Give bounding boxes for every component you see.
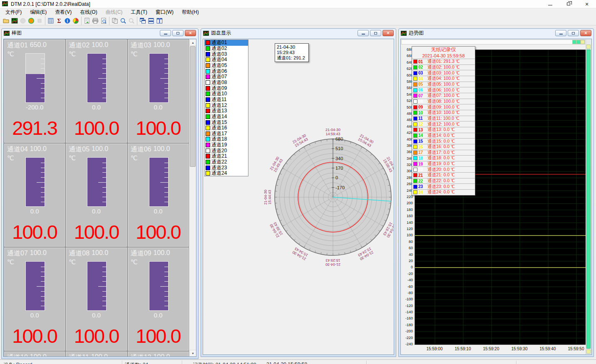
range-max: 100.0 xyxy=(91,353,108,357)
channel-color-swatch xyxy=(206,97,210,102)
channel-color-swatch xyxy=(206,46,210,51)
tile-vertical-icon[interactable] xyxy=(155,17,164,25)
app-close-button[interactable]: × xyxy=(578,0,596,8)
copy-icon[interactable] xyxy=(111,17,119,25)
bar-chart-window[interactable]: 棒图 × 通道01650.0℃-200.0291.3通道02100.0℃0.01… xyxy=(1,28,199,359)
svg-text:i: i xyxy=(67,19,68,23)
scroll-down-icon[interactable]: ▼ xyxy=(189,350,196,357)
cascade-windows-icon[interactable] xyxy=(139,17,147,25)
realtime-curve-icon[interactable] xyxy=(10,17,19,25)
channel-number: 10 xyxy=(418,111,426,115)
channel-color-swatch xyxy=(206,171,210,176)
channel-name: 通道02 xyxy=(69,41,89,50)
print-icon[interactable] xyxy=(91,17,99,25)
gauge-header: 通道12100.0 xyxy=(131,353,170,357)
status-bar: 设备: Record通道数: 24记录时间: 21-04-30 14:51:08… xyxy=(0,359,596,364)
y-axis-tick-label: 140 xyxy=(407,220,413,225)
legend-row: 02通道02: 100.0 ℃ xyxy=(412,64,475,70)
restore-button[interactable] xyxy=(370,30,381,36)
gauge-tick xyxy=(41,177,45,178)
channel-list[interactable]: 通道01通道02通道03通道04通道05通道06通道07通道08通道09通道10… xyxy=(204,40,248,176)
status-divider xyxy=(182,361,182,364)
legend-row: 21通道21: 0.0 ℃ xyxy=(412,172,475,178)
scroll-handle[interactable] xyxy=(581,40,585,44)
legend-row: 12通道12: 100.0 ℃ xyxy=(412,121,475,127)
statistics-sigma-icon[interactable]: Σ xyxy=(55,17,63,25)
channel-color-swatch xyxy=(413,185,417,189)
menu-item[interactable]: 查看(V) xyxy=(51,8,76,16)
channel-info-icon[interactable]: i xyxy=(63,17,72,25)
menu-item[interactable]: 窗口(W) xyxy=(151,8,178,16)
close-button[interactable]: × xyxy=(185,30,196,36)
channel-value: 通道18: 0.0 ℃ xyxy=(427,155,455,161)
minimize-button[interactable] xyxy=(160,30,171,36)
y-axis-tick-label: 180 xyxy=(407,208,413,212)
gauge-tick xyxy=(164,192,168,193)
channel-value: 通道09: 100.0 ℃ xyxy=(427,104,459,110)
y-axis-tick-label: 60 xyxy=(409,246,413,250)
scroll-thumb[interactable] xyxy=(190,46,196,167)
tile-horizontal-icon[interactable] xyxy=(147,17,155,25)
x-axis-tick-label: 15:59:20 xyxy=(480,347,502,351)
menu-item[interactable]: 文件(F) xyxy=(1,8,26,16)
gauge-tick xyxy=(41,267,45,267)
minimize-button[interactable] xyxy=(555,30,566,36)
gauge-tick xyxy=(164,88,168,89)
gauge-tick xyxy=(41,88,45,89)
restore-button[interactable] xyxy=(568,30,579,36)
gauge-tick xyxy=(41,59,45,59)
app-restore-button[interactable] xyxy=(559,0,578,8)
gauge-通道06: 通道06100.0℃0.0100.0 xyxy=(128,144,189,247)
channel-name: 通道10 xyxy=(7,353,28,357)
bar-window-scrollbar[interactable]: ▲ ▼ xyxy=(189,39,196,357)
close-button[interactable]: × xyxy=(580,30,591,36)
menu-item[interactable]: 工具(T) xyxy=(127,8,151,16)
gauge-tick xyxy=(37,182,45,183)
pie-chart-icon[interactable] xyxy=(72,17,80,25)
svg-text:21-04-3014:59:43: 21-04-3014:59:43 xyxy=(325,128,340,136)
channel-color-swatch xyxy=(413,88,417,92)
gauge-tick xyxy=(41,98,45,98)
app-logo-icon xyxy=(2,1,9,7)
legend-row: 11通道11: 100.0 ℃ xyxy=(412,116,475,121)
scroll-handle[interactable] xyxy=(576,40,581,44)
open-file-icon[interactable] xyxy=(2,17,10,25)
export-data-icon[interactable] xyxy=(83,17,91,25)
data-table-icon[interactable] xyxy=(47,17,55,25)
disc-window-titlebar[interactable]: 圆盘显示 × xyxy=(201,29,396,37)
menu-item[interactable]: 在线(O) xyxy=(76,8,101,16)
scroll-handle[interactable] xyxy=(586,349,591,354)
trend-chart-window[interactable]: 趋势图 × 6806606406206005805605405205004804… xyxy=(398,28,594,357)
menu-item[interactable]: 编辑(E) xyxy=(26,8,51,16)
restore-button[interactable] xyxy=(172,30,184,36)
channel-color-swatch xyxy=(413,139,417,144)
app-minimize-button[interactable] xyxy=(541,0,559,8)
trend-horizontal-scrollbar[interactable] xyxy=(401,40,585,45)
status-divider xyxy=(516,361,517,364)
range-min: 0.0 xyxy=(128,312,188,319)
channel-color-swatch xyxy=(206,149,210,153)
zoom-in-icon[interactable] xyxy=(119,17,127,25)
scroll-handle[interactable] xyxy=(586,45,591,49)
gauge-tick xyxy=(160,286,168,287)
channel-value: 通道16: 0.0 ℃ xyxy=(427,144,455,150)
scroll-handle[interactable] xyxy=(572,40,576,44)
channel-list-item[interactable]: 通道24 xyxy=(205,171,248,176)
disc-display-window[interactable]: 圆盘显示 × 通道01通道02通道03通道04通道05通道06通道07通道08通… xyxy=(201,28,396,357)
channel-color-swatch xyxy=(413,77,417,81)
channel-color-swatch xyxy=(413,173,417,177)
scroll-up-icon[interactable]: ▲ xyxy=(189,39,196,46)
minimize-button[interactable] xyxy=(358,30,369,36)
close-button[interactable]: × xyxy=(382,30,394,36)
trend-window-titlebar[interactable]: 趋势图 × xyxy=(399,29,594,37)
gauge-tick xyxy=(41,68,45,69)
trend-vertical-scrollbar[interactable] xyxy=(586,39,591,354)
record-active-icon[interactable] xyxy=(27,17,35,25)
bar-window-titlebar[interactable]: 棒图 × xyxy=(2,29,198,37)
legend-row: 22通道22: 0.0 ℃ xyxy=(412,178,475,184)
menu-item[interactable]: 帮助(H) xyxy=(178,8,203,16)
print-preview-icon[interactable] xyxy=(99,17,108,25)
scroll-thumb[interactable] xyxy=(586,50,591,349)
svg-text:0: 0 xyxy=(335,175,338,180)
bar-window-client: 通道01650.0℃-200.0291.3通道02100.0℃0.0100.0通… xyxy=(3,39,196,357)
